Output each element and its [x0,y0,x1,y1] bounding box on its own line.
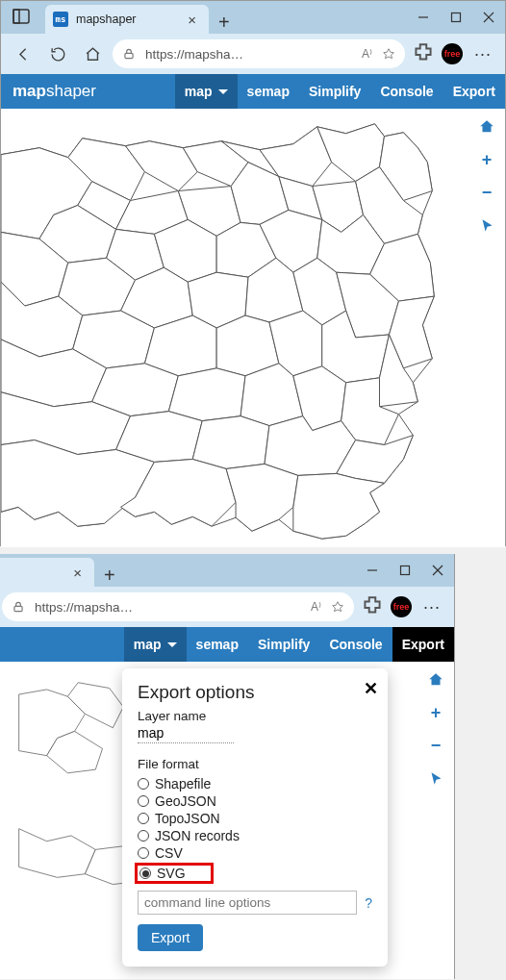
favorite-icon[interactable] [331,600,344,614]
nav-simplify[interactable]: Simplify [299,74,370,109]
format-shapefile[interactable]: Shapefile [138,775,372,792]
tool-pointer-icon[interactable] [425,767,446,789]
read-aloud-icon[interactable]: A⁾ [311,600,321,614]
app-brand: mapshaper [1,82,96,101]
browser-tab[interactable]: ms mapshaper × [45,5,209,34]
svg-rect-9 [401,566,410,575]
tab-favicon: ms [53,12,68,27]
nav-export[interactable]: Export [392,627,454,662]
radio-icon [138,795,149,807]
map-svg [1,109,505,547]
extensions-icon[interactable] [411,41,436,66]
tool-zoom-in-icon[interactable]: + [476,149,497,170]
format-label: TopoJSON [155,811,220,826]
address-bar[interactable]: https://mapsha… A⁾ [113,39,405,68]
format-label: SVG [157,866,186,881]
browser-menu-icon[interactable]: ··· [468,44,497,64]
window-minimize[interactable] [356,554,389,587]
window-close[interactable] [472,1,505,34]
format-topojson[interactable]: TopoJSON [138,810,372,827]
radio-icon [139,867,151,879]
radio-icon [138,778,149,790]
dialog-title: Export options [138,682,372,703]
tab-title: mapshaper [0,565,68,579]
window-maximize[interactable] [389,554,421,587]
nav-map[interactable]: map [175,74,238,109]
url-text: https://mapsha… [145,47,352,62]
address-bar[interactable]: https://mapsha… A⁾ [2,592,354,621]
refresh-button[interactable] [43,39,72,68]
browser-tab[interactable]: mapshaper × [0,558,94,587]
new-tab-button[interactable]: + [209,12,240,34]
format-svg[interactable]: SVG [138,862,372,885]
format-label: CSV [155,845,183,861]
tool-home-icon[interactable] [476,116,497,138]
tab-close-icon[interactable]: × [183,10,201,30]
nav-export[interactable]: Export [443,74,505,109]
radio-icon [138,847,149,859]
nav-basemap[interactable]: semap [238,74,299,109]
extension-badge[interactable]: free [442,43,463,64]
file-format-label: File format [138,757,372,771]
svg-marker-7 [384,49,394,59]
svg-rect-6 [125,53,133,58]
tool-zoom-in-icon[interactable]: + [425,702,446,723]
format-csv[interactable]: CSV [138,844,372,862]
map-canvas[interactable]: + − [1,109,505,547]
dialog-close-icon[interactable]: ✕ [364,678,378,699]
svg-rect-0 [13,10,29,23]
tool-zoom-out-icon[interactable]: − [425,735,446,756]
url-text: https://mapsha… [35,600,301,615]
extensions-icon[interactable] [360,594,385,619]
command-line-input[interactable] [138,891,357,915]
window-minimize[interactable] [407,1,440,34]
home-button[interactable] [78,39,107,68]
back-button[interactable] [9,39,38,68]
svg-rect-12 [14,606,22,611]
format-label: JSON records [155,828,240,843]
radio-icon [138,830,149,842]
new-tab-button[interactable]: + [94,565,125,587]
tool-home-icon[interactable] [425,669,446,691]
nav-simplify[interactable]: Simplify [248,627,319,662]
export-button[interactable]: Export [138,924,203,951]
help-icon[interactable]: ? [365,895,372,911]
svg-rect-3 [452,13,461,22]
lock-icon [122,47,136,61]
format-label: GeoJSON [155,793,216,809]
taskview-icon[interactable] [13,9,30,24]
nav-console[interactable]: Console [319,627,392,662]
nav-map[interactable]: map [124,627,187,662]
tab-title: mapshaper [76,13,183,26]
lock-icon [12,600,25,614]
tool-zoom-out-icon[interactable]: − [476,182,497,203]
browser-menu-icon[interactable]: ··· [417,597,446,617]
layer-name-input[interactable] [138,723,234,743]
tool-pointer-icon[interactable] [476,214,497,236]
radio-icon [138,813,149,824]
format-geojson[interactable]: GeoJSON [138,792,372,810]
layer-name-label: Layer name [138,709,372,723]
tab-close-icon[interactable]: × [68,563,87,583]
format-json-records[interactable]: JSON records [138,827,372,844]
favorite-icon[interactable] [382,47,395,61]
extension-badge[interactable]: free [391,596,412,617]
window-close[interactable] [421,554,454,587]
export-dialog: ✕ Export options Layer name File format … [122,668,388,967]
svg-marker-13 [333,602,343,612]
nav-console[interactable]: Console [370,74,443,109]
svg-rect-1 [13,10,19,23]
window-maximize[interactable] [440,1,472,34]
nav-basemap[interactable]: semap [187,627,248,662]
format-label: Shapefile [155,776,211,792]
read-aloud-icon[interactable]: A⁾ [362,47,372,61]
